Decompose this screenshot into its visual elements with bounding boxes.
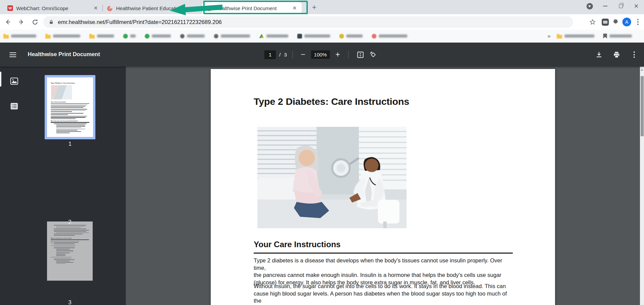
tab-title: Healthwise Patient Education	[116, 5, 191, 11]
bookmark-item[interactable]	[557, 34, 594, 39]
pdf-page-1: Type 2 Diabetes: Care Instructions	[211, 69, 555, 305]
bookmarks-list	[3, 34, 546, 39]
healthwise-favicon-icon	[206, 5, 212, 11]
paragraph: Without insulin, the sugar cannot get in…	[254, 283, 516, 305]
bookmark-label-redacted	[11, 34, 36, 38]
dot-icon	[339, 34, 344, 39]
bookmark-label-redacted	[53, 34, 80, 38]
restore-button[interactable]	[613, 0, 628, 12]
bookmarks-overflow-chevron-icon[interactable]: »	[548, 33, 551, 40]
dot-icon	[145, 34, 150, 39]
active-panel-indicator	[0, 72, 1, 87]
bookmark-label-redacted	[610, 34, 632, 38]
close-tab-icon[interactable]: ✕	[92, 4, 99, 12]
close-tab-icon[interactable]: ✕	[191, 4, 199, 12]
thumb1-title: Type 2 Diabetes: Care Instructions	[51, 82, 89, 84]
bookmarks-right-group	[557, 33, 641, 39]
folder-icon	[89, 35, 95, 39]
bookmark-item[interactable]	[339, 34, 363, 39]
bookmark-item[interactable]	[214, 34, 250, 39]
tab-healthwise-print-document[interactable]: Healthwise Print Document ✕	[202, 2, 302, 14]
tab-strip: W WebChart: OmniScope ✕ Healthwise Patie…	[0, 0, 644, 14]
close-window-button[interactable]: ✕	[628, 0, 644, 12]
new-tab-button[interactable]: +	[309, 3, 319, 12]
bookmark-label-redacted	[130, 34, 136, 38]
zoom-out-button[interactable]: −	[298, 51, 308, 58]
reading-icon	[603, 33, 607, 39]
document-outline-icon[interactable]	[7, 100, 21, 112]
thumbnails-view-icon[interactable]	[7, 75, 21, 87]
forward-icon[interactable]	[16, 16, 27, 28]
pdf-more-options-icon[interactable]	[628, 48, 641, 61]
globe-icon	[180, 34, 185, 39]
unselected-page-overlay	[47, 221, 93, 281]
scrollbar-thumb[interactable]	[641, 76, 644, 136]
tab-search-icon[interactable]	[582, 0, 597, 12]
browser-window: W WebChart: OmniScope ✕ Healthwise Patie…	[0, 0, 644, 305]
bookmark-item[interactable]	[180, 34, 205, 39]
tab-webchart-omniscope[interactable]: W WebChart: OmniScope ✕	[3, 2, 103, 14]
page-number-input[interactable]: 1	[264, 50, 276, 59]
reload-icon[interactable]	[29, 16, 41, 28]
download-icon[interactable]	[593, 48, 605, 61]
folder-icon	[557, 35, 562, 39]
bookmarks-bar: »	[0, 30, 644, 43]
tab-healthwise-patient-education[interactable]: Healthwise Patient Education ✕	[103, 2, 202, 14]
bookmark-label-redacted	[379, 34, 407, 38]
address-bar[interactable]: emr.healthwise.net/Fulfillment/Print?dat…	[43, 16, 573, 28]
zoom-in-button[interactable]: +	[332, 51, 343, 58]
bookmark-item[interactable]	[45, 34, 80, 39]
print-icon[interactable]	[610, 48, 623, 61]
page-thumbnail-2[interactable]: When should you call for help?	[47, 221, 93, 281]
dot-icon	[123, 34, 128, 39]
zoom-level[interactable]: 100%	[311, 50, 330, 59]
bookmark-label-redacted	[267, 34, 288, 38]
bookmark-item[interactable]	[123, 34, 136, 39]
bookmark-item[interactable]	[372, 34, 407, 39]
window-controls: ✕	[582, 0, 644, 12]
thumb1-subheading: How can you care for yourself at home?	[51, 120, 89, 122]
bookmark-star-icon[interactable]	[587, 16, 598, 28]
thumbnail-page-number: 2	[47, 219, 93, 226]
page-total: 3	[284, 52, 287, 57]
fit-to-page-icon[interactable]	[354, 48, 367, 61]
square-icon	[297, 34, 302, 39]
folder-icon	[45, 35, 51, 39]
globe-icon	[214, 34, 218, 39]
minimize-button[interactable]	[597, 0, 613, 12]
bookmark-label-redacted	[97, 34, 114, 38]
bookmark-item[interactable]	[297, 34, 330, 39]
bookmark-item[interactable]	[3, 34, 36, 39]
bookmark-label-redacted	[187, 34, 205, 38]
page-thumbnail-1[interactable]: Type 2 Diabetes: Care Instructions Your …	[45, 75, 95, 139]
pdf-toolbar: Healthwise Print Document 1 / 3 − 100% +	[0, 43, 644, 67]
thumbnail-page-number: 3	[47, 299, 93, 305]
rotate-icon[interactable]	[367, 48, 380, 61]
thumbnail-sidebar: Type 2 Diabetes: Care Instructions Your …	[0, 67, 126, 305]
extensions-puzzle-icon[interactable]	[612, 19, 619, 25]
bookmark-label-redacted	[221, 34, 250, 38]
profile-avatar[interactable]: A	[622, 18, 631, 26]
back-icon[interactable]	[2, 16, 14, 28]
menu-hamburger-icon[interactable]	[7, 51, 19, 59]
thumbnail-page-number: 1	[45, 141, 95, 147]
bookmark-item[interactable]	[259, 34, 288, 38]
scroll-up-icon[interactable]	[641, 69, 643, 71]
heading-rule	[254, 253, 513, 254]
pdf-viewer: Type 2 Diabetes: Care Instructions Your …	[0, 67, 644, 305]
drive-icon	[259, 34, 264, 38]
bookmark-item[interactable]	[603, 33, 632, 39]
extension-icon[interactable]	[602, 19, 609, 26]
vertical-scrollbar[interactable]	[640, 67, 644, 305]
thumb1-heading: Your Care Instructions	[51, 101, 89, 103]
tab-title: Healthwise Print Document	[215, 5, 291, 11]
browser-menu-icon[interactable]	[635, 19, 641, 25]
folder-icon	[3, 35, 9, 39]
bookmark-item[interactable]	[89, 34, 114, 39]
section-heading: Your Care Instructions	[254, 240, 341, 249]
bookmark-item[interactable]	[145, 34, 171, 39]
thumb1-photo	[51, 85, 72, 99]
url-text: emr.healthwise.net/Fulfillment/Print?dat…	[58, 19, 222, 25]
paragraph: Type 2 diabetes is a disease that develo…	[254, 257, 516, 286]
close-tab-icon[interactable]: ✕	[291, 4, 298, 12]
